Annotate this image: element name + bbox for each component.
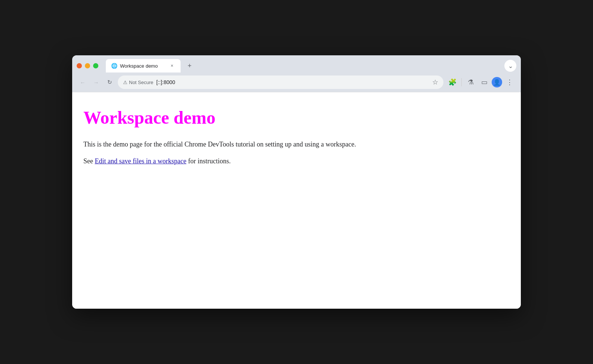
link-prefix: See — [83, 157, 95, 165]
sidebar-button[interactable]: ▭ — [478, 76, 490, 88]
link-suffix: for instructions. — [186, 157, 231, 165]
workspace-link[interactable]: Edit and save files in a workspace — [95, 157, 187, 165]
url-text: [::]:8000 — [156, 79, 429, 85]
security-indicator: ⚠ Not Secure — [123, 80, 153, 85]
page-heading: Workspace demo — [83, 107, 510, 128]
new-tab-button[interactable]: + — [184, 60, 196, 72]
tabs-dropdown-button[interactable]: ⌄ — [504, 60, 516, 72]
tab-favicon-icon: 🌐 — [111, 63, 117, 69]
security-label: Not Secure — [129, 80, 153, 85]
extensions-button[interactable]: 🧩 — [446, 76, 458, 88]
url-bar[interactable]: ⚠ Not Secure [::]:8000 ☆ — [118, 75, 443, 89]
profile-button[interactable]: 👤 — [492, 77, 502, 87]
back-button[interactable]: ← — [77, 77, 88, 87]
minimize-button[interactable] — [85, 63, 90, 68]
close-button[interactable] — [77, 63, 82, 68]
reload-button[interactable]: ↻ — [104, 77, 115, 87]
traffic-lights — [77, 63, 98, 68]
forward-button[interactable]: → — [91, 77, 101, 87]
tab-close-button[interactable]: × — [169, 62, 175, 69]
tab-title: Workspace demo — [120, 63, 166, 69]
tab-strip: 🌐 Workspace demo × + ⌄ — [72, 55, 521, 73]
page-description: This is the demo page for the official C… — [83, 139, 510, 150]
browser-window: 🌐 Workspace demo × + ⌄ ← → ↻ ⚠ Not Secur… — [72, 55, 521, 309]
toolbar-separator — [461, 78, 462, 86]
bookmark-star-icon[interactable]: ☆ — [432, 78, 438, 86]
title-bar: 🌐 Workspace demo × + ⌄ ← → ↻ ⚠ Not Secur… — [72, 55, 521, 92]
page-content: Workspace demo This is the demo page for… — [72, 92, 521, 309]
address-bar: ← → ↻ ⚠ Not Secure [::]:8000 ☆ 🧩 ⚗ ▭ 👤 ⋮ — [72, 73, 521, 92]
more-menu-button[interactable]: ⋮ — [504, 76, 516, 88]
page-link-line: See Edit and save files in a workspace f… — [83, 157, 510, 165]
warning-icon: ⚠ — [123, 80, 127, 85]
active-tab[interactable]: 🌐 Workspace demo × — [106, 59, 181, 73]
devtools-lab-button[interactable]: ⚗ — [465, 76, 477, 88]
maximize-button[interactable] — [93, 63, 98, 68]
toolbar-icons: 🧩 ⚗ ▭ 👤 ⋮ — [446, 76, 516, 88]
